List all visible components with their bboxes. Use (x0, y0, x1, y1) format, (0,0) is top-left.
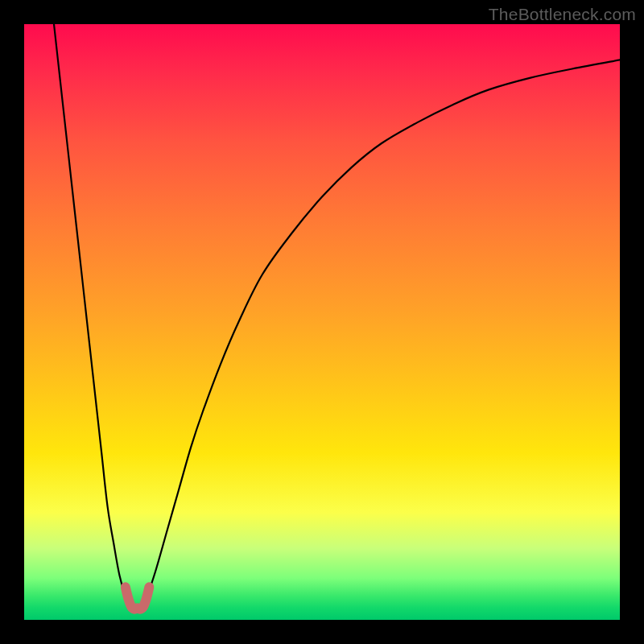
valley-marker-curve (126, 587, 150, 609)
left-branch-curve (54, 24, 131, 608)
chart-frame: TheBottleneck.com (0, 0, 644, 644)
plot-area (24, 24, 620, 620)
right-branch-curve (143, 60, 620, 608)
watermark-text: TheBottleneck.com (489, 5, 636, 24)
curve-layer (24, 24, 620, 620)
